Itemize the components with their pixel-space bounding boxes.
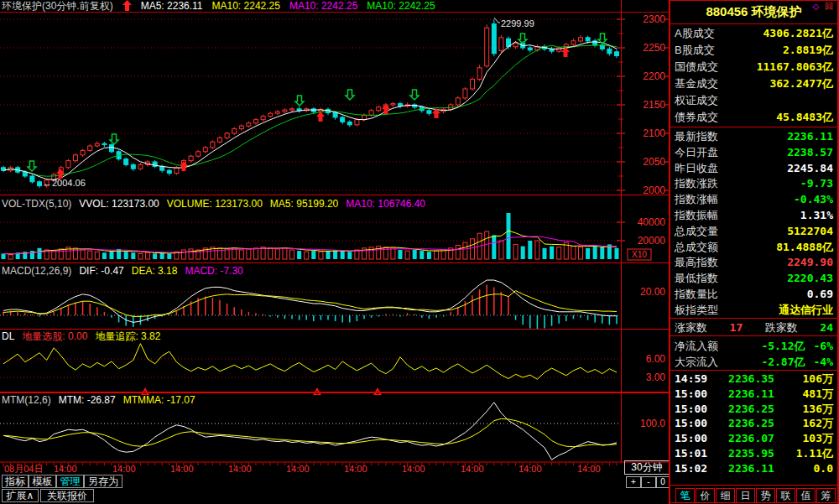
chart-title: 环境保护(30分钟.前复权) bbox=[2, 1, 113, 12]
period-selector[interactable]: 30分钟 bbox=[624, 460, 670, 475]
sell-signal-arrow bbox=[295, 96, 304, 106]
svg-text:14:00: 14:00 bbox=[577, 464, 601, 474]
sidebar-stat-row: 指数振幅1.31% bbox=[675, 208, 833, 223]
volume-panel-header: VOL-TDX(5,10) VVOL: 123173.00 VOLUME: 12… bbox=[2, 199, 425, 210]
sidebar-tab-筹[interactable]: 筹 bbox=[816, 488, 836, 503]
svg-text:14:00: 14:00 bbox=[402, 464, 425, 474]
zoom-button-out[interactable]: - bbox=[641, 476, 656, 488]
tick-row: 15:002236.25136万 bbox=[675, 403, 833, 416]
tick-row: 15:002236.11481万 bbox=[675, 387, 833, 401]
stat-value: 1.31% bbox=[800, 208, 833, 223]
sidebar-tab-细[interactable]: 细 bbox=[716, 488, 735, 503]
sidebar-tab-日[interactable]: 日 bbox=[736, 488, 755, 503]
svg-text:14:00: 14:00 bbox=[54, 464, 77, 474]
trading-terminal-window: 23002250220021502100205020004000020000X1… bbox=[0, 0, 839, 504]
tick-row: 15:022236.110.0 bbox=[675, 462, 833, 475]
sell-signal-arrow bbox=[28, 161, 36, 171]
down-count-label: 跌家数 bbox=[765, 320, 798, 335]
sidebar-stat-row: 总成交量5122704 bbox=[675, 224, 833, 239]
tick-volume: 136万 bbox=[789, 403, 833, 416]
stat-value: 11167.8063亿 bbox=[757, 60, 833, 75]
tick-volume: 162万 bbox=[789, 417, 833, 430]
stat-label: 板指类型 bbox=[675, 303, 718, 318]
macd-indicator-name: MACD(12,26,9) bbox=[2, 266, 71, 277]
flow-row: 大宗流入-2.87亿-4% bbox=[675, 355, 833, 370]
stat-label: B股成交 bbox=[675, 43, 715, 58]
toolbar-button-关联报价[interactable]: 关联报价 bbox=[40, 489, 94, 502]
sidebar-stat-row: 国债成交11167.8063亿 bbox=[675, 60, 833, 75]
window-corner-icons: ◇ 回 bbox=[813, 1, 835, 13]
flow-values: -2.87亿-4% bbox=[761, 355, 833, 370]
svg-text:2300: 2300 bbox=[643, 13, 665, 25]
zoom-button-in[interactable]: + bbox=[626, 476, 641, 488]
svg-text:20.00: 20.00 bbox=[640, 286, 665, 298]
stat-label: 指数涨幅 bbox=[675, 192, 718, 207]
svg-text:2200: 2200 bbox=[643, 70, 665, 82]
svg-text:←2004.06: ←2004.06 bbox=[43, 178, 86, 188]
macd-dif: DIF: -0.47 bbox=[79, 266, 123, 277]
sidebar-tab-值[interactable]: 值 bbox=[796, 488, 816, 503]
sidebar-tab-价[interactable]: 价 bbox=[696, 488, 715, 503]
diamond-icon[interactable]: ◇ bbox=[813, 2, 821, 11]
stock-name: 环境保护 bbox=[752, 4, 802, 18]
tick-price: 2236.35 bbox=[713, 372, 789, 386]
svg-text:20000: 20000 bbox=[638, 235, 666, 247]
sidebar-divider bbox=[670, 127, 837, 127]
tick-time: 15:01 bbox=[675, 447, 713, 460]
updown-row: 涨家数17跌家数24 bbox=[675, 320, 833, 335]
chart-header: 环境保护(30分钟.前复权) MA5: 2236.11 MA10: 2242.2… bbox=[2, 1, 435, 12]
stock-code: 880456 bbox=[706, 4, 748, 18]
sidebar-tab-势[interactable]: 势 bbox=[756, 488, 775, 503]
sidebar-stat-row: 最新指数2236.11 bbox=[675, 129, 833, 144]
sidebar-divider bbox=[670, 23, 837, 24]
tick-time: 15:00 bbox=[675, 387, 713, 401]
svg-text:X10: X10 bbox=[632, 250, 647, 259]
toolbar-button-管理[interactable]: 管理 bbox=[56, 475, 84, 488]
svg-text:14:00: 14:00 bbox=[228, 464, 252, 474]
svg-text:2250: 2250 bbox=[643, 42, 665, 54]
tick-time: 15:00 bbox=[675, 417, 713, 430]
sidebar: 880456 环境保护 ◇ 回 A股成交4306.2821亿B股成交2.8819… bbox=[669, 0, 839, 504]
stat-label: 基金成交 bbox=[675, 76, 718, 91]
toolbar-button-模板[interactable]: 模板 bbox=[29, 475, 56, 488]
sidebar-tab-笔[interactable]: 笔 bbox=[675, 488, 695, 503]
sidebar-stat-row: 指数涨幅-0.43% bbox=[675, 192, 833, 207]
svg-text:08月04日: 08月04日 bbox=[4, 464, 43, 474]
stat-value: -9.73 bbox=[800, 176, 833, 191]
toolbar-button-另存为[interactable]: 另存为 bbox=[84, 475, 122, 488]
down-count: 24 bbox=[820, 320, 833, 335]
tick-time: 15:00 bbox=[675, 432, 713, 445]
sidebar-stat-row: 指数涨跌-9.73 bbox=[675, 176, 833, 191]
ma10-value-yellow: MA10: 2242.25 bbox=[212, 1, 280, 12]
tick-volume: 103万 bbox=[789, 432, 833, 445]
sidebar-stat-row: B股成交2.8819亿 bbox=[675, 43, 833, 58]
svg-text:14:00: 14:00 bbox=[112, 464, 136, 474]
stat-label: 总成交额 bbox=[675, 240, 718, 255]
toolbar-button-指标[interactable]: 指标 bbox=[2, 475, 29, 488]
zoom-button-reset[interactable]: 0 bbox=[656, 476, 670, 488]
mtm-indicator-name: MTM(12,6) bbox=[2, 395, 51, 406]
tick-time: 15:02 bbox=[675, 462, 713, 475]
sidebar-stat-row: 指数量比0.69 bbox=[675, 287, 833, 302]
sidebar-divider bbox=[670, 335, 837, 336]
stat-value: 2238.57 bbox=[787, 145, 833, 160]
stat-label: A股成交 bbox=[675, 26, 715, 41]
stat-label: 最新指数 bbox=[675, 129, 718, 144]
tick-volume: 1.11亿 bbox=[789, 447, 833, 460]
toolbar-button-扩展∧[interactable]: 扩展∧ bbox=[2, 489, 39, 502]
stat-value: 0.69 bbox=[807, 287, 833, 302]
stat-value: -0.43% bbox=[794, 192, 833, 207]
sell-signal-arrow bbox=[410, 90, 419, 100]
stat-label: 债券成交 bbox=[675, 110, 718, 125]
stat-label: 权证成交 bbox=[675, 93, 718, 108]
tick-row: 15:002236.07103万 bbox=[675, 432, 833, 445]
svg-text:3.00: 3.00 bbox=[646, 372, 666, 383]
flow-percent: -4% bbox=[814, 355, 833, 370]
restore-icon[interactable]: 回 bbox=[825, 2, 835, 11]
stat-label: 今日开盘 bbox=[675, 145, 718, 160]
dl-indicator-name: DL bbox=[2, 331, 14, 342]
sidebar-tab-联[interactable]: 联 bbox=[776, 488, 795, 503]
stat-label: 指数振幅 bbox=[675, 208, 718, 223]
svg-text:6.00: 6.00 bbox=[646, 353, 666, 365]
svg-text:2100: 2100 bbox=[643, 127, 665, 139]
